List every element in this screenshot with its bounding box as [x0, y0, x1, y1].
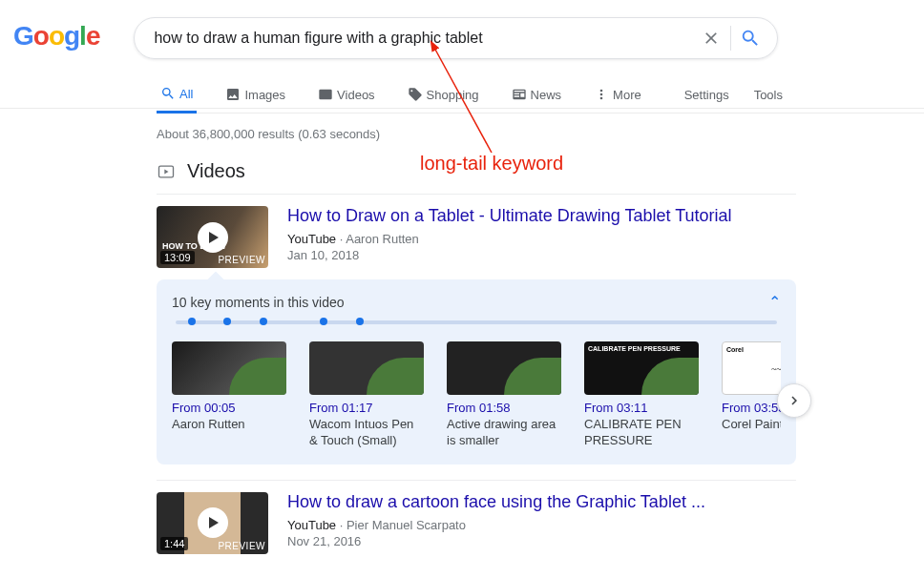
tab-label: All — [179, 87, 193, 101]
tab-news[interactable]: News — [508, 77, 566, 112]
play-icon — [198, 507, 228, 538]
video-result: HOW TO DRAW 13:09 PREVIEW How to Draw on… — [157, 206, 796, 268]
result-meta: YouTube · Aaron Rutten — [287, 232, 732, 246]
moment-thumbnail — [172, 341, 286, 395]
moment-item[interactable]: From 00:05 Aaron Rutten — [172, 341, 286, 449]
moment-thumbnail: Corel~~~ — [722, 341, 781, 395]
moment-timestamp: From 03:53 — [722, 401, 781, 415]
tools-link[interactable]: Tools — [754, 88, 783, 102]
moment-timestamp: From 03:11 — [584, 401, 699, 415]
search-icon[interactable] — [731, 19, 769, 57]
google-logo[interactable]: Google — [13, 21, 99, 52]
tab-label: Shopping — [427, 88, 479, 102]
result-title[interactable]: How to Draw on a Tablet - Ultimate Drawi… — [287, 206, 732, 226]
video-thumbnail[interactable]: HOW TO DRAW 13:09 PREVIEW — [157, 206, 268, 268]
moment-item[interactable]: From 01:17 Wacom Intuos Pen & Touch (Sma… — [309, 341, 424, 449]
moment-label: Active drawing area is smaller — [447, 417, 561, 449]
chevron-up-icon[interactable]: ⌃ — [768, 293, 781, 311]
section-title: Videos — [187, 160, 245, 182]
tab-more[interactable]: More — [590, 77, 645, 112]
moment-label: Aaron Rutten — [172, 417, 286, 433]
moment-label: Wacom Intuos Pen & Touch (Small) — [309, 417, 424, 449]
settings-link[interactable]: Settings — [684, 88, 729, 102]
moments-timeline[interactable] — [176, 320, 777, 324]
moment-thumbnail: CALIBRATE PEN PRESSURE — [584, 341, 699, 395]
result-stats: About 36,800,000 results (0.63 seconds) — [157, 127, 796, 141]
result-date: Nov 21, 2016 — [287, 534, 705, 548]
video-thumbnail[interactable]: 1:44 PREVIEW — [157, 492, 268, 554]
preview-badge: PREVIEW — [218, 541, 265, 551]
moment-item[interactable]: CALIBRATE PEN PRESSURE From 03:11 CALIBR… — [584, 341, 699, 449]
moment-thumbnail — [309, 341, 424, 395]
result-title[interactable]: How to draw a cartoon face using the Gra… — [287, 492, 705, 512]
moment-timestamp: From 00:05 — [172, 401, 286, 415]
moment-item[interactable]: From 01:58 Active drawing area is smalle… — [447, 341, 561, 449]
tab-images[interactable]: Images — [221, 77, 289, 112]
tab-shopping[interactable]: Shopping — [404, 77, 483, 112]
moment-timestamp: From 01:58 — [447, 401, 561, 415]
search-input[interactable] — [154, 30, 692, 47]
tab-videos[interactable]: Videos — [314, 77, 379, 112]
duration-badge: 1:44 — [160, 537, 188, 550]
duration-badge: 13:09 — [160, 251, 195, 264]
moments-header: 10 key moments in this video — [172, 295, 345, 310]
tab-label: Images — [244, 88, 285, 102]
video-result: 1:44 PREVIEW How to draw a cartoon face … — [157, 492, 796, 554]
tab-label: More — [613, 88, 641, 102]
play-icon — [198, 222, 228, 253]
videos-section-header: Videos — [157, 160, 796, 182]
moment-label: Corel Painter — [722, 417, 781, 433]
clear-icon[interactable] — [692, 19, 730, 57]
search-bar — [134, 17, 778, 59]
preview-badge: PREVIEW — [218, 255, 265, 265]
result-meta: YouTube · Pier Manuel Scarpato — [287, 518, 705, 532]
moment-label: CALIBRATE PEN PRESSURE — [584, 417, 699, 449]
tab-label: Videos — [337, 88, 375, 102]
result-date: Jan 10, 2018 — [287, 248, 732, 262]
tab-label: News — [531, 88, 562, 102]
moment-item[interactable]: Corel~~~ From 03:53 Corel Painter — [722, 341, 781, 449]
next-arrow-button[interactable] — [777, 383, 811, 418]
moment-timestamp: From 01:17 — [309, 401, 424, 415]
play-box-icon — [157, 162, 176, 181]
moment-thumbnail — [447, 341, 561, 395]
key-moments-panel: 10 key moments in this video ⌃ From 00:0… — [157, 279, 796, 464]
